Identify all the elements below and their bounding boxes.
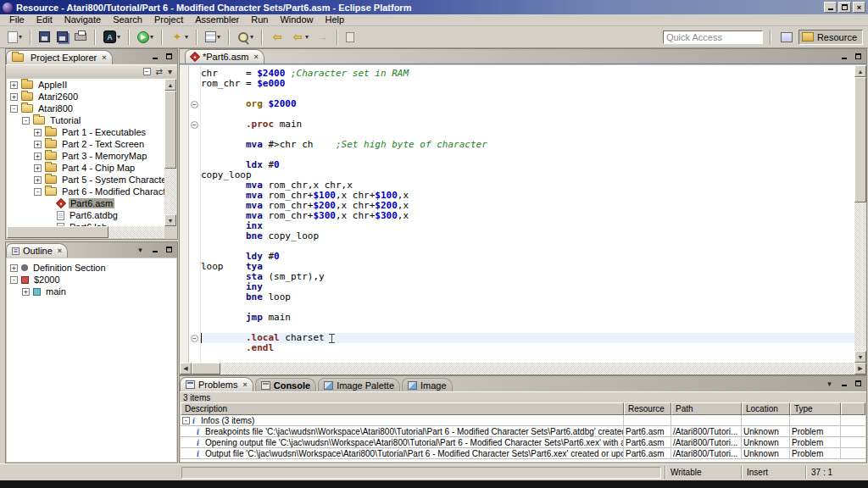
- scrollbar-thumb[interactable]: [7, 226, 108, 238]
- scroll-up-icon[interactable]: ▲: [854, 65, 866, 77]
- restore-button[interactable]: [838, 2, 851, 13]
- minimize-editor-icon[interactable]: [838, 52, 849, 61]
- forward-button[interactable]: →: [313, 28, 331, 47]
- scroll-right-icon[interactable]: ▶: [854, 363, 866, 374]
- menu-navigate[interactable]: Navigate: [58, 14, 107, 25]
- close-button[interactable]: ×: [853, 2, 865, 13]
- project-item-part-5-system-character-sets[interactable]: +Part 5 - System Character Sets: [7, 174, 164, 186]
- menu-search[interactable]: Search: [107, 14, 148, 25]
- atari-run-button[interactable]: A▾: [101, 28, 123, 46]
- menu-edit[interactable]: Edit: [31, 14, 58, 25]
- minimize-view-icon[interactable]: [149, 52, 160, 61]
- quick-access-input[interactable]: [663, 30, 763, 44]
- run-button[interactable]: ▶▾: [135, 29, 156, 46]
- menu-file[interactable]: File: [3, 14, 31, 25]
- expander-icon[interactable]: +: [34, 164, 42, 172]
- resource-perspective-button[interactable]: Resource: [798, 30, 863, 45]
- maximize-view-icon[interactable]: [164, 245, 175, 254]
- tab-part6-asm[interactable]: *Part6.asm ×: [185, 49, 264, 64]
- menu-project[interactable]: Project: [148, 14, 189, 25]
- tab-outline[interactable]: ≡ Outline ×: [6, 243, 68, 258]
- outline-item-definition-section[interactable]: +Definition Section: [7, 262, 176, 274]
- new-button[interactable]: ▾: [5, 29, 25, 46]
- pin-button[interactable]: [343, 30, 357, 45]
- dropdown-arrow-icon[interactable]: ▾: [19, 33, 22, 41]
- expander-icon[interactable]: +: [34, 152, 42, 160]
- expander-icon[interactable]: -: [182, 417, 190, 424]
- problems-group-row[interactable]: -iInfos (3 items): [181, 415, 865, 426]
- tab-console[interactable]: Console: [255, 378, 316, 391]
- editor-horizontal-scrollbar[interactable]: ◀ ▶: [180, 363, 866, 374]
- scroll-down-icon[interactable]: ▼: [854, 351, 866, 363]
- project-item-part-3-memorymap[interactable]: +Part 3 - MemoryMap: [7, 150, 164, 162]
- dropdown-arrow-icon[interactable]: ▾: [250, 33, 253, 41]
- tab-project-explorer[interactable]: Project Explorer ×: [6, 50, 113, 64]
- expander-icon[interactable]: +: [10, 264, 18, 272]
- last-edit-button[interactable]: ⇦: [268, 28, 287, 47]
- code-lines[interactable]: chr = $2400 ;Character set in RAMrom_chr…: [201, 65, 866, 363]
- scrollbar-thumb[interactable]: [192, 363, 220, 374]
- print-button[interactable]: [72, 30, 89, 43]
- column-header-resource[interactable]: Resource: [624, 402, 671, 415]
- menu-window[interactable]: Window: [274, 14, 319, 25]
- column-header-path[interactable]: Path: [671, 402, 742, 415]
- collapse-all-icon[interactable]: −: [143, 68, 151, 75]
- expander-icon[interactable]: +: [34, 129, 42, 136]
- tab-problems[interactable]: Problems×: [180, 377, 253, 391]
- tab-image[interactable]: Image: [402, 378, 453, 391]
- maximize-view-icon[interactable]: [164, 52, 175, 61]
- problems-row[interactable]: iOpening output file 'C:\jac\wudsn\Works…: [181, 437, 865, 448]
- expander-icon[interactable]: -: [10, 105, 18, 113]
- dropdown-arrow-icon[interactable]: ▾: [305, 33, 309, 41]
- project-item-tutorial[interactable]: -Tutorial: [7, 114, 164, 126]
- dropdown-arrow-icon[interactable]: ▾: [217, 33, 220, 41]
- column-header-type[interactable]: Type: [790, 402, 841, 415]
- view-menu-icon[interactable]: ▾: [824, 379, 835, 388]
- menu-assembler[interactable]: Assembler: [189, 14, 245, 25]
- explorer-horizontal-scrollbar[interactable]: [7, 226, 164, 238]
- project-item-part-4-chip-map[interactable]: +Part 4 - Chip Map: [7, 162, 164, 174]
- project-item-atari800[interactable]: -Atari800: [7, 103, 164, 114]
- problems-row[interactable]: iBreakpoints file 'C:\jac\wudsn\Workspac…: [181, 426, 865, 437]
- project-item-part-6-modified-character-sets[interactable]: -Part 6 - Modified Character Sets: [7, 186, 164, 197]
- expander-icon[interactable]: -: [22, 117, 30, 125]
- scroll-left-icon[interactable]: ◀: [180, 363, 192, 374]
- maximize-view-icon[interactable]: [853, 379, 864, 388]
- minimize-view-icon[interactable]: [149, 245, 160, 254]
- open-perspective-button[interactable]: [778, 30, 795, 45]
- scroll-up-icon[interactable]: ▲: [164, 79, 176, 91]
- close-icon[interactable]: ×: [242, 380, 247, 389]
- view-menu-icon[interactable]: ▾: [168, 68, 172, 76]
- expander-icon[interactable]: -: [10, 276, 18, 284]
- dropdown-arrow-icon[interactable]: ▾: [150, 33, 153, 41]
- scroll-down-icon[interactable]: ▼: [164, 214, 176, 226]
- close-icon[interactable]: ×: [58, 247, 62, 255]
- menu-run[interactable]: Run: [245, 14, 274, 25]
- editor-vertical-scrollbar[interactable]: ▲ ▼: [854, 65, 866, 363]
- fold-collapse-icon[interactable]: −: [189, 119, 200, 130]
- expander-icon[interactable]: +: [10, 93, 18, 101]
- dropdown-arrow-icon[interactable]: ▾: [117, 33, 120, 41]
- problems-row[interactable]: iOutput file 'C:\jac\wudsn\Workspace\Ata…: [181, 448, 865, 459]
- menu-help[interactable]: Help: [320, 14, 351, 25]
- project-item-atari2600[interactable]: +Atari2600: [7, 91, 164, 103]
- new-wizard-button[interactable]: ✦▾: [168, 28, 191, 47]
- minimize-button[interactable]: [824, 2, 837, 13]
- dropdown-arrow-icon[interactable]: ▾: [185, 33, 188, 41]
- expander-icon[interactable]: +: [34, 141, 42, 148]
- project-item-part6-atdbg[interactable]: Part6.atdbg: [7, 209, 164, 221]
- save-button[interactable]: [36, 29, 53, 45]
- expander-icon[interactable]: +: [22, 288, 30, 296]
- search-button[interactable]: ▾: [235, 29, 256, 46]
- column-header-description[interactable]: Description: [181, 402, 624, 415]
- fold-collapse-icon[interactable]: −: [189, 99, 200, 109]
- expander-icon[interactable]: +: [34, 176, 42, 184]
- save-all-button[interactable]: [54, 29, 70, 45]
- back-button[interactable]: ⇦▾: [288, 28, 311, 47]
- open-element-button[interactable]: ▾: [203, 29, 223, 45]
- close-icon[interactable]: ×: [253, 53, 258, 61]
- column-header-location[interactable]: Location: [742, 402, 790, 415]
- project-item-appleii[interactable]: +AppleII: [7, 79, 164, 91]
- outline-item-main[interactable]: +main: [7, 286, 176, 297]
- minimize-view-icon[interactable]: [838, 379, 849, 388]
